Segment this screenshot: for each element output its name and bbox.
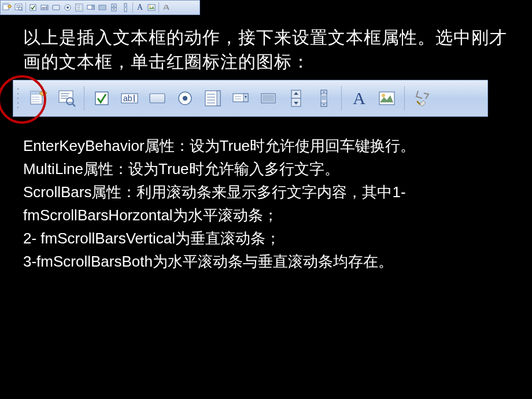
label-a-icon[interactable]: A: [135, 2, 145, 13]
svg-point-13: [66, 6, 69, 9]
command-button-icon[interactable]: [51, 2, 61, 13]
separator: [158, 2, 159, 13]
instruction-text-1: 以上是插入文本框的动作，接下来设置文本框属性。选中刚才画的文本框，单击红圈标注的…: [0, 15, 532, 80]
option-button-icon[interactable]: [62, 2, 73, 13]
svg-rect-22: [99, 6, 105, 9]
checkbox-icon[interactable]: [28, 2, 38, 13]
separator: [341, 86, 342, 110]
scrollbar-icon[interactable]: [120, 2, 131, 13]
textbox-icon[interactable]: ab: [39, 2, 50, 13]
combobox-icon[interactable]: [86, 2, 96, 13]
spin-button-icon[interactable]: [285, 87, 308, 110]
toolbar-grip[interactable]: [17, 87, 20, 110]
svg-point-28: [149, 6, 151, 8]
toolbar-container: ab A: [0, 80, 532, 117]
svg-rect-27: [148, 5, 155, 10]
svg-line-6: [21, 10, 23, 11]
scrollbar-icon[interactable]: [312, 87, 335, 110]
svg-text:ab: ab: [42, 5, 47, 10]
command-button-icon[interactable]: [146, 87, 169, 110]
instruction-text-2: EnterKeyBehavior属性：设为True时允许使用回车键换行。 Mul…: [0, 117, 532, 273]
more-controls-icon[interactable]: [161, 2, 171, 13]
spin-button-icon[interactable]: [109, 2, 119, 13]
image-icon[interactable]: [146, 2, 157, 13]
svg-rect-65: [321, 95, 327, 100]
checkbox-icon[interactable]: [90, 87, 113, 110]
svg-rect-41: [95, 92, 108, 105]
control-toolbox-toolbar-small: ab A: [0, 0, 200, 15]
prop-scrollbars-vertical-line: 2- fmScrollBarsVertical为垂直滚动条；: [23, 227, 509, 250]
svg-rect-59: [263, 95, 274, 102]
svg-rect-1: [3, 3, 9, 5]
svg-point-67: [382, 94, 385, 97]
svg-rect-49: [217, 91, 220, 106]
toggle-icon[interactable]: [257, 87, 280, 110]
separator: [84, 86, 84, 110]
svg-rect-35: [59, 91, 73, 102]
toggle-icon[interactable]: [97, 2, 108, 13]
view-code-icon[interactable]: [55, 87, 78, 110]
prop-scrollbars-line: ScrollBars属性：利用滚动条来显示多行文字内容，其中1-fmScroll…: [23, 180, 509, 227]
svg-point-47: [183, 96, 187, 101]
svg-rect-11: [53, 5, 60, 10]
svg-rect-18: [81, 4, 83, 11]
svg-rect-45: [150, 94, 165, 103]
view-code-icon[interactable]: [13, 2, 24, 13]
prop-multiline-line: MultiLine属性：设为True时允许输入多行文字。: [23, 157, 509, 180]
separator: [404, 86, 405, 110]
svg-rect-7: [30, 5, 36, 10]
separator: [25, 2, 26, 13]
combobox-icon[interactable]: [229, 87, 252, 110]
prop-scrollbars-both-line: 3-fmScrollBarsBoth为水平滚动条与垂直滚动条均存在。: [23, 250, 509, 273]
svg-rect-66: [379, 92, 394, 105]
more-controls-icon[interactable]: [411, 87, 434, 110]
separator: [132, 2, 133, 13]
label-a-icon[interactable]: A: [348, 87, 371, 110]
listbox-icon[interactable]: [74, 2, 84, 13]
prop-enterkey-line: EnterKeyBehavior属性：设为True时允许使用回车键换行。: [23, 134, 509, 157]
textbox-icon[interactable]: ab: [118, 87, 141, 110]
svg-line-40: [72, 104, 75, 106]
listbox-icon[interactable]: [201, 87, 224, 110]
image-icon[interactable]: [375, 87, 398, 110]
control-toolbox-toolbar-big: ab A: [13, 80, 488, 117]
svg-text:ab: ab: [123, 94, 132, 103]
properties-icon[interactable]: [2, 2, 12, 13]
svg-rect-26: [124, 6, 127, 8]
properties-icon[interactable]: [27, 87, 50, 110]
option-button-icon[interactable]: [173, 87, 197, 110]
